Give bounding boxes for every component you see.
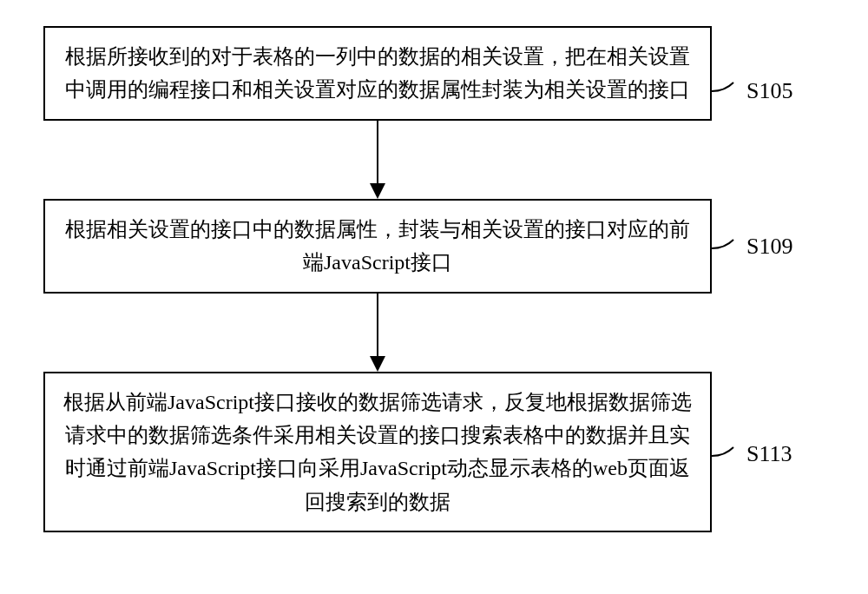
flowchart-container: 根据所接收到的对于表格的一列中的数据的相关设置，把在相关设置中调用的编程接口和相…	[43, 26, 825, 532]
connector-1	[712, 78, 751, 104]
step-box-1: 根据所接收到的对于表格的一列中的数据的相关设置，把在相关设置中调用的编程接口和相…	[43, 26, 712, 121]
step-box-2: 根据相关设置的接口中的数据属性，封装与相关设置的接口对应的前端JavaScrip…	[43, 199, 712, 294]
step-row-2: 根据相关设置的接口中的数据属性，封装与相关设置的接口对应的前端JavaScrip…	[43, 199, 825, 294]
svg-marker-3	[370, 356, 385, 372]
arrow-down-icon	[365, 294, 391, 372]
step-text-1: 根据所接收到的对于表格的一列中的数据的相关设置，把在相关设置中调用的编程接口和相…	[65, 45, 690, 101]
step-id-3: S113	[746, 441, 792, 466]
step-row-1: 根据所接收到的对于表格的一列中的数据的相关设置，把在相关设置中调用的编程接口和相…	[43, 26, 825, 121]
step-label-3: S113	[746, 441, 792, 467]
connector-3	[712, 443, 751, 469]
step-id-1: S105	[746, 78, 792, 103]
step-row-3: 根据从前端JavaScript接口接收的数据筛选请求，反复地根据数据筛选请求中的…	[43, 372, 825, 533]
svg-marker-1	[370, 183, 385, 199]
step-box-3: 根据从前端JavaScript接口接收的数据筛选请求，反复地根据数据筛选请求中的…	[43, 372, 712, 533]
step-id-2: S109	[746, 234, 792, 259]
connector-2	[712, 235, 751, 261]
step-label-2: S109	[746, 234, 792, 260]
arrow-1	[43, 121, 712, 199]
arrow-down-icon	[365, 121, 391, 199]
arrow-2	[43, 294, 712, 372]
step-text-3: 根据从前端JavaScript接口接收的数据筛选请求，反复地根据数据筛选请求中的…	[63, 391, 692, 513]
step-text-2: 根据相关设置的接口中的数据属性，封装与相关设置的接口对应的前端JavaScrip…	[65, 218, 690, 274]
step-label-1: S105	[746, 78, 792, 104]
